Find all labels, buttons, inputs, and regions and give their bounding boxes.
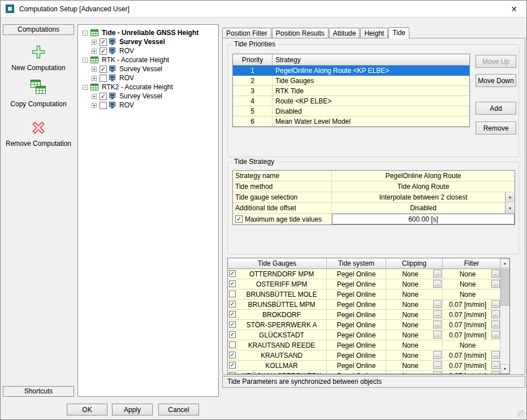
move-up-button[interactable]: Move Up bbox=[476, 55, 516, 68]
tree-item-computation[interactable]: -Tide - Unreliable GNSS Height bbox=[79, 28, 217, 37]
strategy-setting-value[interactable]: 600.00 [s] bbox=[332, 214, 515, 224]
gauge-checkbox[interactable]: ✓ bbox=[229, 352, 236, 358]
copy-computation-button[interactable]: Copy Computation bbox=[3, 79, 74, 108]
shortcuts-button[interactable]: Shortcuts bbox=[3, 386, 74, 397]
filter-ellipsis-button[interactable]: ... bbox=[491, 310, 500, 318]
expand-icon[interactable]: + bbox=[92, 40, 97, 45]
strategy-setting-value[interactable]: Interpolate between 2 closest▼ bbox=[332, 192, 515, 203]
remove-strategy-button[interactable]: Remove bbox=[476, 122, 516, 135]
tab-height[interactable]: Height bbox=[360, 28, 388, 38]
gauge-row[interactable]: ✓GLÜCKSTADTPegel OnlineNone...0.07 [m/mi… bbox=[228, 330, 509, 340]
clipping-ellipsis-button[interactable]: ... bbox=[433, 280, 442, 288]
tab-position-filter[interactable]: Position Filter bbox=[222, 28, 271, 38]
gauge-row[interactable]: ✓KOLLMARPegel OnlineNone...0.07 [m/min].… bbox=[228, 361, 509, 371]
scroll-down-icon[interactable]: ▼ bbox=[500, 364, 509, 374]
gauge-checkbox[interactable]: ✓ bbox=[229, 372, 236, 374]
expand-icon[interactable]: + bbox=[92, 67, 97, 72]
column-header-clipping[interactable]: Clipping bbox=[386, 258, 443, 269]
cancel-button[interactable]: Cancel bbox=[158, 404, 199, 415]
filter-ellipsis-button[interactable]: ... bbox=[491, 270, 500, 278]
gauge-checkbox[interactable]: ✓ bbox=[229, 331, 236, 338]
gauge-row[interactable]: ✓OTTERNDORF MPMPegel OnlineNone...None..… bbox=[228, 269, 509, 279]
move-down-button[interactable]: Move Down bbox=[476, 74, 516, 87]
tree-item-object[interactable]: +✓Survey Vessel bbox=[79, 64, 217, 73]
priority-row[interactable]: 4Route <KP ELBE> bbox=[233, 96, 469, 106]
ok-button[interactable]: OK bbox=[67, 404, 107, 415]
tab-position-results[interactable]: Position Results bbox=[272, 28, 329, 38]
filter-ellipsis-button[interactable]: ... bbox=[491, 321, 500, 328]
clipping-ellipsis-button[interactable]: ... bbox=[433, 310, 442, 318]
gauge-checkbox[interactable] bbox=[229, 291, 236, 297]
gauge-checkbox[interactable]: ✓ bbox=[229, 362, 236, 369]
filter-ellipsis-button[interactable]: ... bbox=[491, 361, 500, 369]
tree-item-computation[interactable]: -RTK2 - Accurate Height bbox=[79, 83, 217, 92]
object-checkbox[interactable]: ✓ bbox=[100, 66, 107, 73]
object-checkbox[interactable] bbox=[100, 75, 107, 82]
gauge-checkbox[interactable]: ✓ bbox=[229, 301, 236, 308]
object-checkbox[interactable]: ✓ bbox=[100, 38, 107, 46]
remove-computation-button[interactable]: Remove Computation bbox=[3, 120, 74, 148]
column-header-strategy[interactable]: Strategy bbox=[273, 54, 469, 66]
add-strategy-button[interactable]: Add bbox=[476, 102, 516, 115]
gauge-row[interactable]: BRUNSBÜTTEL MOLEPegel OnlineNoneNone bbox=[228, 289, 509, 300]
gauge-checkbox[interactable]: ✓ bbox=[229, 311, 236, 318]
tree-item-object[interactable]: +✓Survey Vessel bbox=[79, 37, 217, 46]
gauge-row[interactable]: ✓KRAUTSANDPegel OnlineNone...0.07 [m/min… bbox=[228, 350, 509, 361]
gauge-row[interactable]: ✓KRÜCKAU-SPERRWERKPegel OnlineNone...0.0… bbox=[228, 371, 509, 374]
gauge-row[interactable]: ✓BRUNSBÜTTEL MPMPegel OnlineNone...0.07 … bbox=[228, 300, 509, 310]
apply-button[interactable]: Apply bbox=[112, 404, 153, 415]
filter-ellipsis-button[interactable]: ... bbox=[491, 280, 500, 288]
gauge-row[interactable]: ✓STÖR-SPERRWERK APegel OnlineNone...0.07… bbox=[228, 320, 509, 330]
expand-icon[interactable]: + bbox=[92, 76, 97, 81]
priority-row[interactable]: 3RTK Tide bbox=[233, 86, 469, 96]
clipping-ellipsis-button[interactable]: ... bbox=[433, 321, 442, 328]
tree-item-object[interactable]: +ROV bbox=[79, 73, 217, 83]
expand-icon[interactable]: + bbox=[92, 49, 97, 54]
priority-row[interactable]: 5Disabled bbox=[233, 106, 469, 116]
column-header-filter[interactable]: Filter bbox=[443, 258, 501, 269]
filter-ellipsis-button[interactable]: ... bbox=[491, 300, 500, 308]
column-header-tide-system[interactable]: Tide system bbox=[327, 258, 386, 269]
clipping-ellipsis-button[interactable]: ... bbox=[433, 270, 442, 278]
tree-item-object[interactable]: +ROV bbox=[79, 101, 217, 110]
clipping-ellipsis-button[interactable]: ... bbox=[433, 371, 442, 374]
gauge-row[interactable]: ✓OSTERIFF MPMPegel OnlineNone...None... bbox=[228, 279, 509, 289]
filter-ellipsis-button[interactable]: ... bbox=[491, 331, 500, 339]
vertical-scrollbar[interactable]: ▲ ▼ bbox=[500, 258, 509, 374]
dropdown-arrow-icon[interactable]: ▼ bbox=[505, 203, 515, 213]
object-checkbox[interactable] bbox=[100, 102, 107, 109]
expand-icon[interactable]: + bbox=[92, 103, 97, 108]
column-header-tide-gauges[interactable]: Tide Gauges bbox=[228, 258, 327, 269]
scrollbar-thumb[interactable] bbox=[500, 269, 509, 306]
object-checkbox[interactable]: ✓ bbox=[100, 47, 107, 55]
column-header-priority[interactable]: Priority bbox=[233, 54, 273, 66]
collapse-icon[interactable]: - bbox=[83, 58, 88, 63]
filter-ellipsis-button[interactable]: ... bbox=[491, 351, 500, 359]
tab-attitude[interactable]: Attitude bbox=[329, 28, 360, 38]
resize-grip[interactable] bbox=[517, 410, 525, 418]
clipping-ellipsis-button[interactable]: ... bbox=[433, 361, 442, 369]
gauge-checkbox[interactable] bbox=[229, 341, 236, 348]
gauge-checkbox[interactable]: ✓ bbox=[229, 321, 236, 328]
collapse-icon[interactable]: - bbox=[83, 31, 88, 36]
tree-item-object[interactable]: +✓Survey Vessel bbox=[79, 92, 217, 101]
dropdown-arrow-icon[interactable]: ▼ bbox=[505, 192, 515, 202]
object-checkbox[interactable]: ✓ bbox=[100, 93, 107, 100]
clipping-ellipsis-button[interactable]: ... bbox=[433, 351, 442, 359]
gauge-checkbox[interactable]: ✓ bbox=[229, 270, 236, 277]
collapse-icon[interactable]: - bbox=[83, 85, 88, 90]
scroll-up-icon[interactable]: ▲ bbox=[500, 258, 509, 268]
close-icon[interactable]: ✕ bbox=[507, 2, 521, 16]
tree-item-object[interactable]: +✓ROV bbox=[79, 46, 217, 55]
tab-tide[interactable]: Tide bbox=[388, 27, 409, 38]
gauge-checkbox[interactable]: ✓ bbox=[229, 280, 236, 287]
priority-row[interactable]: 6Mean Water Level Model bbox=[233, 116, 469, 127]
expand-icon[interactable]: + bbox=[92, 94, 97, 99]
gauge-row[interactable]: ✓BROKDORFPegel OnlineNone...0.07 [m/min]… bbox=[228, 310, 509, 320]
gauge-row[interactable]: KRAUTSAND REEDEPegel OnlineNoneNone bbox=[228, 340, 509, 350]
max-age-checkbox[interactable]: ✓ bbox=[235, 215, 243, 223]
strategy-setting-value[interactable]: Disabled▼ bbox=[332, 203, 515, 214]
clipping-ellipsis-button[interactable]: ... bbox=[433, 300, 442, 308]
priority-row[interactable]: 2Tide Gauges bbox=[233, 76, 469, 86]
priority-row[interactable]: 1PegelOnline Along Route <KP ELBE> bbox=[233, 66, 469, 76]
